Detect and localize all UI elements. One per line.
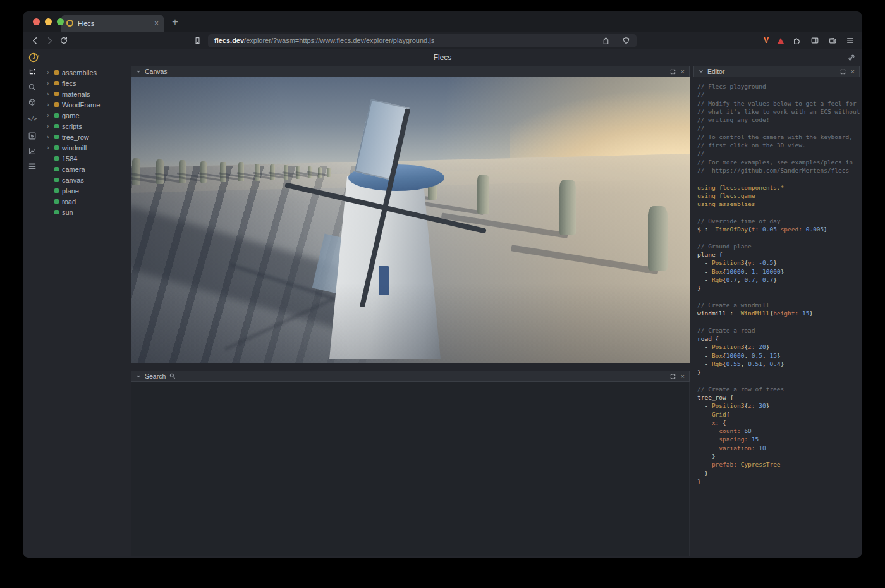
collapse-chevron-icon[interactable] — [136, 374, 141, 379]
new-tab-button[interactable]: + — [172, 16, 178, 28]
tree-item-plane[interactable]: plane — [42, 185, 126, 196]
tree-item-flecs[interactable]: ›flecs — [42, 78, 126, 89]
bookmark-icon[interactable] — [193, 37, 202, 45]
tab-strip: Flecs × + — [23, 11, 862, 32]
rewards-button[interactable] — [778, 38, 784, 44]
reload-button[interactable] — [59, 36, 68, 45]
rows-icon — [28, 162, 37, 173]
search-icon — [28, 83, 37, 94]
flecs-explorer-page: Flecs </> — [23, 49, 862, 558]
expand-arrow-icon[interactable]: › — [47, 133, 51, 140]
tree-item-WoodFrame[interactable]: ›WoodFrame — [42, 99, 126, 110]
search-results-area — [131, 382, 690, 556]
minimize-window-button[interactable] — [45, 18, 52, 25]
code-line: variation: 10 — [697, 444, 857, 452]
code-line: - Position3{z: 20} — [697, 343, 857, 351]
tree-item-canvas[interactable]: canvas — [42, 175, 126, 185]
entity-label: canvas — [62, 176, 84, 184]
tree-item-game[interactable]: ›game — [42, 110, 126, 121]
favicon-icon — [66, 20, 73, 27]
expand-arrow-icon[interactable]: › — [47, 101, 51, 108]
address-bar[interactable]: flecs.dev/explorer/?wasm=https://www.fle… — [208, 34, 637, 47]
canvas-3d-view[interactable] — [131, 77, 690, 363]
panel-title: Search — [145, 372, 166, 380]
tree-item-1584[interactable]: 1584 — [42, 153, 126, 164]
code-line: // For more examples, see examples/plecs… — [697, 158, 857, 166]
rail-button-editor[interactable]: </> — [23, 111, 42, 126]
entity-color-icon — [54, 156, 59, 161]
expand-arrow-icon[interactable]: › — [47, 90, 51, 97]
entity-color-icon — [54, 199, 59, 204]
forward-button[interactable] — [45, 36, 54, 46]
entity-label: tree_row — [62, 133, 89, 141]
expand-arrow-icon[interactable]: › — [47, 80, 51, 87]
expand-arrow-icon[interactable]: › — [47, 123, 51, 130]
entity-color-icon — [54, 70, 59, 75]
close-panel-button[interactable]: × — [681, 68, 685, 75]
brave-shield-button[interactable] — [622, 37, 630, 45]
expand-arrow-icon[interactable]: › — [47, 112, 51, 119]
tree-item-road[interactable]: road — [42, 196, 126, 207]
entity-label: materials — [62, 90, 90, 98]
rail-button-entities[interactable] — [23, 66, 42, 81]
expand-arrow-icon[interactable]: › — [47, 144, 51, 151]
close-window-button[interactable] — [33, 18, 40, 25]
copy-link-button[interactable] — [847, 53, 856, 64]
tree-item-scripts[interactable]: ›scripts — [42, 121, 126, 132]
rail-button-world[interactable] — [23, 96, 42, 111]
menu-button[interactable] — [846, 36, 855, 45]
entity-color-icon — [54, 81, 59, 85]
code-icon: </> — [28, 116, 37, 122]
sidebar-button[interactable] — [810, 36, 819, 45]
wallet-button[interactable] — [828, 36, 837, 45]
browser-tab[interactable]: Flecs × — [61, 15, 164, 32]
cube-icon — [28, 98, 37, 109]
entity-color-icon — [54, 145, 59, 150]
tree-item-camera[interactable]: camera — [42, 164, 126, 175]
code-line: prefab: CypressTree — [697, 460, 857, 469]
panel-title: Editor — [707, 68, 724, 75]
back-button[interactable] — [30, 36, 40, 46]
rail-button-stats[interactable] — [23, 145, 42, 160]
browser-window: Flecs × + flecs.dev/explorer/?wasm=https… — [23, 11, 862, 558]
close-panel-button[interactable]: × — [681, 372, 685, 380]
tree-item-assemblies[interactable]: ›assemblies — [42, 67, 126, 78]
code-line: // what it's like to work with an ECS wi… — [697, 107, 857, 116]
extensions-button[interactable] — [793, 36, 802, 45]
expand-panel-button[interactable] — [670, 374, 676, 379]
rail-button-inspector[interactable] — [23, 130, 42, 145]
collapse-chevron-icon[interactable] — [136, 69, 141, 74]
entity-color-icon — [54, 210, 59, 214]
tree-item-tree_row[interactable]: ›tree_row — [42, 132, 126, 142]
editor-code[interactable]: // Flecs playground//// Modify the value… — [693, 77, 860, 496]
tree-icon — [28, 68, 37, 79]
entity-label: scripts — [62, 123, 82, 130]
tree-item-sun[interactable]: sun — [42, 207, 126, 217]
entity-color-icon — [54, 167, 59, 171]
search-panel-header: Search × — [131, 371, 690, 382]
close-panel-button[interactable]: × — [851, 68, 855, 75]
tab-close-button[interactable]: × — [154, 20, 159, 27]
entity-color-icon — [54, 124, 59, 128]
entity-color-icon — [54, 92, 59, 96]
zoom-window-button[interactable] — [57, 18, 64, 25]
tree-item-materials[interactable]: ›materials — [42, 89, 126, 99]
expand-panel-button[interactable] — [670, 69, 676, 75]
windmill-door — [379, 266, 389, 295]
code-line — [697, 233, 857, 242]
code-line: windmill :- WindMill{height: 15} — [697, 309, 857, 317]
collapse-chevron-icon[interactable] — [699, 69, 704, 74]
rail-button-tables[interactable] — [23, 160, 42, 175]
code-line: spacing: 15 — [697, 435, 857, 443]
rail-button-search[interactable] — [23, 81, 42, 96]
code-line: - Box{10000, 1, 10000} — [697, 267, 857, 276]
canvas-panel: Canvas × — [131, 66, 690, 363]
tree-item-windmill[interactable]: ›windmill — [42, 142, 126, 153]
expand-panel-button[interactable] — [840, 69, 846, 75]
code-line: - Grid{ — [697, 410, 857, 419]
code-line: // first click on the 3D view. — [697, 141, 857, 149]
vpn-button[interactable]: V — [764, 36, 769, 45]
share-button[interactable] — [602, 37, 610, 45]
code-line: using assemblies — [697, 200, 857, 208]
expand-arrow-icon[interactable]: › — [47, 69, 51, 76]
